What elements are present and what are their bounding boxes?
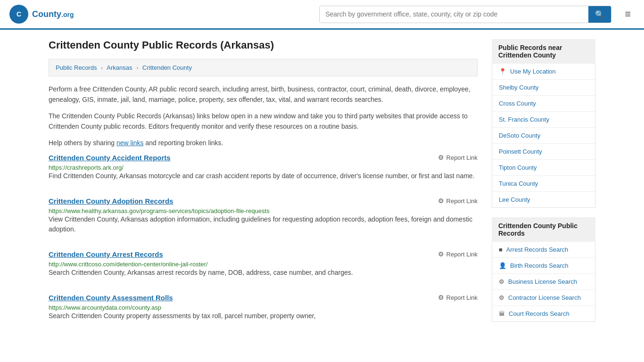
- business-license-search-link[interactable]: ⚙ Business License Search: [492, 274, 595, 289]
- adoption-records-title[interactable]: Crittenden County Adoption Records: [49, 197, 173, 205]
- poinsett-county-item[interactable]: Poinsett County: [492, 144, 595, 160]
- business-license-search-item[interactable]: ⚙ Business License Search: [492, 274, 595, 290]
- assessment-rolls-url[interactable]: https://www.arcountydata.com/county.asp: [49, 304, 161, 311]
- record-assessment-rolls: Crittenden County Assessment Rolls ⚙ Rep…: [49, 294, 478, 326]
- search-icon: 🔍: [595, 10, 604, 18]
- breadcrumb-arkansas[interactable]: Arkansas: [107, 64, 132, 71]
- adoption-records-desc: View Crittenden County, Arkansas adoptio…: [49, 214, 478, 234]
- tipton-county-link[interactable]: Tipton County: [492, 160, 595, 175]
- description-2: The Crittenden County Public Records (Ar…: [49, 111, 478, 132]
- court-records-icon: 🏛: [499, 310, 505, 317]
- crittenden-records-list: ■ Arrest Records Search 👤 Birth Records …: [492, 242, 595, 322]
- desoto-county-link[interactable]: DeSoto County: [492, 128, 595, 143]
- page-title: Crittenden County Public Records (Arkans…: [49, 39, 478, 51]
- arrest-records-title[interactable]: Crittenden County Arrest Records: [49, 250, 163, 258]
- description-3: Help others by sharing new links and rep…: [49, 138, 478, 148]
- location-icon: 📍: [499, 68, 506, 75]
- logo-text: County.org: [32, 9, 74, 19]
- record-arrest-records: Crittenden County Arrest Records ⚙ Repor…: [49, 250, 478, 282]
- business-license-icon: ⚙: [499, 278, 504, 285]
- report-icon-3: ⚙: [438, 294, 444, 301]
- arrest-report-link[interactable]: ⚙ Report Link: [438, 250, 478, 258]
- st-francis-county-link[interactable]: St. Francis County: [492, 112, 595, 127]
- cross-county-link[interactable]: Cross County: [492, 96, 595, 111]
- accident-reports-desc: Find Crittenden County, Arkansas motorcy…: [49, 171, 478, 181]
- accident-reports-url[interactable]: https://crashreports.ark.org/: [49, 164, 124, 171]
- court-records-search-link[interactable]: 🏛 Court Records Search: [492, 306, 595, 321]
- poinsett-county-link[interactable]: Poinsett County: [492, 144, 595, 159]
- accident-report-link[interactable]: ⚙ Report Link: [438, 154, 478, 161]
- contractor-license-search-link[interactable]: ⚙ Contractor License Search: [492, 290, 595, 305]
- birth-records-search-item[interactable]: 👤 Birth Records Search: [492, 258, 595, 274]
- contractor-license-search-item[interactable]: ⚙ Contractor License Search: [492, 290, 595, 306]
- lee-county-link[interactable]: Lee County: [492, 192, 595, 207]
- arrest-records-icon: ■: [499, 246, 503, 253]
- shelby-county-item[interactable]: Shelby County: [492, 80, 595, 96]
- sidebar: Public Records near Crittenden County 📍 …: [492, 39, 595, 337]
- description-1: Perform a free Crittenden County, AR pub…: [49, 84, 478, 105]
- arrest-records-desc: Search Crittenden County, Arkansas arres…: [49, 268, 478, 278]
- svg-text:C: C: [17, 10, 21, 18]
- report-icon-2: ⚙: [438, 250, 444, 258]
- logo[interactable]: C County.org: [9, 5, 74, 24]
- content-area: Crittenden County Public Records (Arkans…: [49, 39, 478, 337]
- search-input[interactable]: [320, 6, 588, 23]
- arrest-records-search-item[interactable]: ■ Arrest Records Search: [492, 242, 595, 258]
- assessment-report-link[interactable]: ⚙ Report Link: [438, 294, 478, 301]
- lee-county-item[interactable]: Lee County: [492, 192, 595, 207]
- accident-reports-title[interactable]: Crittenden County Accident Reports: [49, 154, 171, 162]
- report-icon-1: ⚙: [438, 197, 444, 205]
- breadcrumb-public-records[interactable]: Public Records: [56, 64, 97, 71]
- use-my-location-item[interactable]: 📍 Use My Location: [492, 64, 595, 80]
- st-francis-county-item[interactable]: St. Francis County: [492, 112, 595, 128]
- birth-records-search-link[interactable]: 👤 Birth Records Search: [492, 258, 595, 273]
- adoption-records-url[interactable]: https://www.healthy.arkansas.gov/program…: [49, 207, 270, 214]
- hamburger-icon: ≡: [625, 8, 631, 20]
- new-links-link[interactable]: new links: [116, 139, 144, 147]
- record-accident-reports: Crittenden County Accident Reports ⚙ Rep…: [49, 154, 478, 186]
- adoption-report-link[interactable]: ⚙ Report Link: [438, 197, 478, 205]
- desoto-county-item[interactable]: DeSoto County: [492, 128, 595, 144]
- breadcrumb: Public Records › Arkansas › Crittenden C…: [49, 59, 478, 76]
- hamburger-menu-button[interactable]: ≡: [621, 6, 635, 22]
- nearby-counties-list: 📍 Use My Location Shelby County Cross Co…: [492, 64, 595, 208]
- arrest-records-search-link[interactable]: ■ Arrest Records Search: [492, 242, 595, 257]
- assessment-rolls-desc: Search Crittenden County property assess…: [49, 311, 478, 321]
- birth-records-icon: 👤: [499, 262, 506, 269]
- tipton-county-item[interactable]: Tipton County: [492, 160, 595, 176]
- arrest-records-url[interactable]: http://www.crittcoso.com/detention-cente…: [49, 261, 207, 268]
- records-section-title: Crittenden County Public Records: [492, 217, 595, 242]
- tunica-county-item[interactable]: Tunica County: [492, 176, 595, 192]
- assessment-rolls-title[interactable]: Crittenden County Assessment Rolls: [49, 294, 173, 302]
- tunica-county-link[interactable]: Tunica County: [492, 176, 595, 191]
- report-icon-0: ⚙: [438, 154, 444, 161]
- breadcrumb-crittenden[interactable]: Crittenden County: [142, 64, 192, 71]
- nearby-section-title: Public Records near Crittenden County: [492, 39, 595, 64]
- record-adoption-records: Crittenden County Adoption Records ⚙ Rep…: [49, 197, 478, 239]
- shelby-county-link[interactable]: Shelby County: [492, 80, 595, 95]
- logo-icon: C: [9, 5, 28, 24]
- court-records-search-item[interactable]: 🏛 Court Records Search: [492, 306, 595, 321]
- use-my-location-link[interactable]: 📍 Use My Location: [492, 64, 595, 79]
- search-bar: 🔍: [319, 6, 611, 23]
- breadcrumb-sep-1: ›: [101, 64, 103, 71]
- breadcrumb-sep-2: ›: [136, 64, 138, 71]
- search-button[interactable]: 🔍: [588, 6, 611, 23]
- contractor-license-icon: ⚙: [499, 294, 504, 301]
- cross-county-item[interactable]: Cross County: [492, 96, 595, 112]
